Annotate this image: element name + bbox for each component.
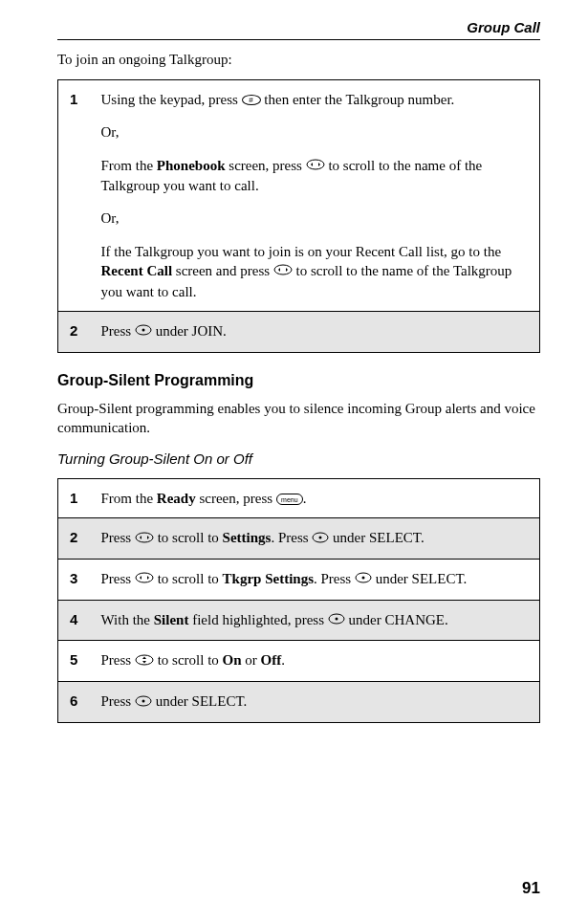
step-text: Press under JOIN. [92,311,540,352]
svg-point-3 [142,329,144,332]
hash-key-icon: # [242,95,261,105]
step-number: 2 [58,311,92,352]
step-number: 6 [58,682,92,723]
nav-left-right-icon [135,569,154,588]
menu-key-icon: menu [276,494,303,505]
step-number: 5 [58,641,92,682]
step-text: With the Silent field highlighted, press… [92,600,540,641]
intro-text: To join an ongoing Talkgroup: [57,52,540,68]
step-row: 3Press to scroll to Tkgrp Settings. Pres… [58,560,540,601]
svg-point-9 [361,577,364,580]
step-text: Using the keypad, press # then enter the… [92,80,540,312]
section-heading-group-silent: Group-Silent Programming [57,372,540,389]
step-number: 1 [58,80,92,312]
bold-text: Off [261,652,282,668]
step-number: 2 [58,518,92,560]
soft-key-icon [135,692,152,712]
nav-left-right-icon [135,529,154,548]
step-text: Press to scroll to On or Off. [92,641,540,682]
soft-key-icon [328,610,345,629]
bold-text: On [223,652,242,668]
bold-text: Tkgrp Settings [223,571,314,586]
bold-text: Settings [223,530,272,545]
step-text: Press to scroll to Tkgrp Settings. Press… [92,560,540,601]
step-text: Press to scroll to Settings. Press under… [92,518,540,560]
svg-point-6 [319,536,322,538]
nav-left-right-icon [306,156,325,175]
bold-text: Ready [157,491,196,506]
soft-key-icon [312,529,329,548]
step-row: 4With the Silent field highlighted, pres… [58,600,540,641]
bold-text: Phonebook [157,158,226,173]
step-text: From the Ready screen, press menu. [92,479,540,518]
section-desc: Group-Silent programming enables you to … [57,399,540,438]
step-number: 3 [58,560,92,601]
sub-heading-turning: Turning Group-Silent On or Off [57,450,540,467]
nav-left-right-icon [273,261,293,280]
svg-point-1 [274,265,292,274]
page-number: 91 [522,879,540,898]
step-row: 5Press to scroll to On or Off. [58,641,540,682]
svg-point-0 [307,160,324,169]
bold-text: Recent Call [101,263,173,278]
step-row: 1Using the keypad, press # then enter th… [58,80,540,312]
step-row: 2Press to scroll to Settings. Press unde… [58,518,540,560]
step-row: 1From the Ready screen, press menu. [58,479,540,518]
step-row: 6Press under SELECT. [58,682,540,723]
step-number: 4 [58,600,92,641]
soft-key-icon [135,321,152,340]
bold-text: Silent [154,612,189,627]
svg-point-11 [335,618,338,621]
svg-point-4 [136,533,153,542]
svg-point-7 [136,573,153,582]
header-title: Group Call [57,19,540,35]
step-row: 2Press under JOIN. [58,311,540,352]
join-talkgroup-table: 1Using the keypad, press # then enter th… [57,79,540,353]
soft-key-icon [355,569,372,588]
svg-point-14 [142,699,144,702]
header-rule [57,39,540,40]
step-text: Press under SELECT. [92,682,540,723]
nav-up-down-icon [135,651,154,670]
step-number: 1 [58,479,92,518]
group-silent-table: 1From the Ready screen, press menu.2Pres… [57,478,540,723]
